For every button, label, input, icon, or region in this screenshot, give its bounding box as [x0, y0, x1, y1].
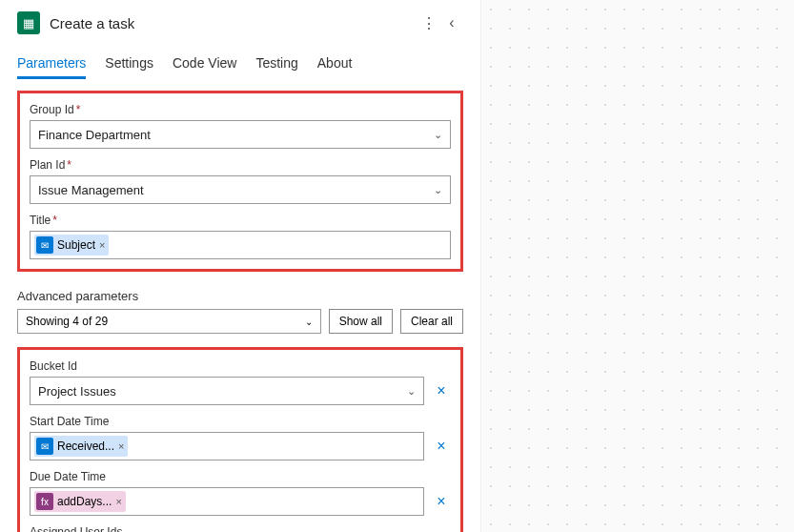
due-date-token[interactable]: fx addDays... × [34, 491, 126, 512]
group-id-label: Group Id* [30, 103, 451, 116]
fx-icon: fx [36, 493, 53, 510]
tab-about[interactable]: About [317, 50, 353, 78]
plan-id-select[interactable]: Issue Management⌄ [30, 175, 451, 204]
chevron-down-icon: ⌄ [407, 385, 416, 398]
due-date-label: Due Date Time [30, 470, 451, 483]
bucket-id-label: Bucket Id [30, 359, 451, 373]
start-date-token[interactable]: ✉ Received... × [34, 436, 128, 457]
advanced-label: Advanced parameters [17, 289, 463, 303]
flow-canvas[interactable]: ✉ When a new email arrives (V3) ⟳ + ⇄ Co… [481, 0, 794, 532]
assigned-label: Assigned User Ids [30, 525, 451, 532]
tab-bar: Parameters Settings Code View Testing Ab… [0, 42, 480, 79]
title-label: Title* [30, 214, 451, 227]
form-area: Group Id* Finance Department⌄ Plan Id* I… [0, 79, 480, 532]
outlook-icon: ✉ [36, 236, 53, 254]
panel-title: Create a task [50, 15, 417, 31]
title-token[interactable]: ✉ Subject × [34, 235, 109, 256]
collapse-icon[interactable]: ‹ [440, 14, 463, 31]
advanced-summary-select[interactable]: Showing 4 of 29⌄ [17, 309, 321, 334]
bucket-id-select[interactable]: Project Issues⌄ [30, 377, 424, 405]
tab-codeview[interactable]: Code View [173, 50, 236, 78]
due-date-input[interactable]: fx addDays... × [30, 487, 424, 516]
advanced-fields-group: Bucket Id Project Issues⌄ × Start Date T… [17, 347, 463, 532]
required-fields-group: Group Id* Finance Department⌄ Plan Id* I… [17, 91, 463, 272]
remove-token-icon[interactable]: × [118, 440, 124, 452]
chevron-down-icon: ⌄ [434, 129, 442, 141]
panel-header: ▦ Create a task ⋮ ‹ [0, 0, 480, 42]
start-date-label: Start Date Time [30, 415, 451, 428]
chevron-down-icon: ⌄ [434, 184, 442, 196]
tab-settings[interactable]: Settings [105, 50, 153, 78]
config-panel: ▦ Create a task ⋮ ‹ Parameters Settings … [0, 0, 481, 532]
tab-parameters[interactable]: Parameters [17, 50, 86, 78]
plan-id-label: Plan Id* [30, 158, 451, 172]
tab-testing[interactable]: Testing [255, 50, 297, 78]
more-icon[interactable]: ⋮ [417, 14, 440, 32]
start-date-input[interactable]: ✉ Received... × [30, 432, 424, 460]
title-input[interactable]: ✉ Subject × [30, 231, 451, 259]
remove-token-icon[interactable]: × [115, 496, 121, 507]
remove-field-icon[interactable]: × [432, 438, 451, 455]
remove-token-icon[interactable]: × [99, 239, 105, 251]
outlook-icon: ✉ [36, 438, 53, 455]
remove-field-icon[interactable]: × [432, 382, 451, 399]
show-all-button[interactable]: Show all [329, 309, 393, 334]
clear-all-button[interactable]: Clear all [400, 309, 463, 334]
group-id-select[interactable]: Finance Department⌄ [30, 120, 451, 149]
chevron-down-icon: ⌄ [305, 317, 313, 327]
remove-field-icon[interactable]: × [432, 493, 451, 510]
planner-icon: ▦ [17, 11, 40, 34]
